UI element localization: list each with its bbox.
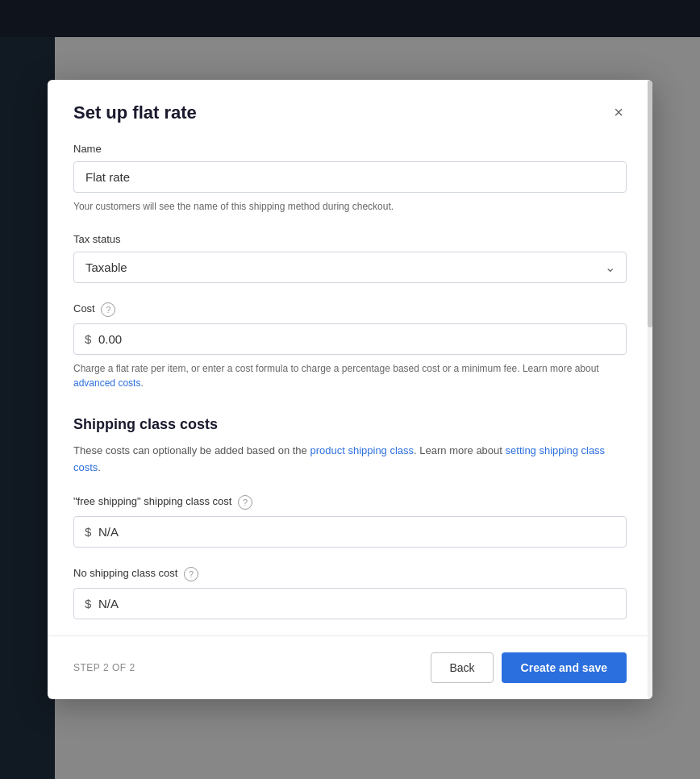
free-shipping-input-wrapper: $	[73, 516, 627, 548]
scrollbar[interactable]	[648, 80, 652, 700]
no-shipping-class-section: No shipping class cost ? $	[73, 567, 627, 619]
modal-title: Set up flat rate	[73, 102, 197, 123]
product-shipping-class-link[interactable]: product shipping class	[310, 444, 414, 456]
modal-overlay: Set up flat rate × Name Your customers w…	[0, 0, 700, 779]
step-label: STEP 2 OF 2	[73, 662, 135, 673]
no-shipping-class-help-icon[interactable]: ?	[184, 567, 198, 581]
tax-status-label: Tax status	[73, 233, 627, 245]
name-hint: Your customers will see the name of this…	[73, 199, 627, 214]
no-shipping-class-prefix: $	[85, 597, 91, 610]
modal-body: Name Your customers will see the name of…	[48, 123, 652, 620]
shipping-class-description: These costs can optionally be added base…	[73, 443, 627, 477]
free-shipping-cost-section: "free shipping" shipping class cost ? $	[73, 495, 627, 548]
name-section: Name Your customers will see the name of…	[73, 143, 627, 214]
cost-label: Cost ?	[73, 302, 627, 317]
cost-input[interactable]	[73, 323, 627, 355]
no-shipping-class-cost-input[interactable]	[73, 588, 627, 619]
back-button[interactable]: Back	[431, 652, 493, 683]
advanced-costs-link[interactable]: advanced costs	[73, 377, 140, 389]
cost-help-icon[interactable]: ?	[101, 302, 115, 317]
no-shipping-class-label: No shipping class cost ?	[73, 567, 627, 581]
footer-buttons: Back Create and save	[431, 652, 627, 683]
cost-hint: Charge a flat rate per item, or enter a …	[73, 361, 627, 390]
tax-status-section: Tax status Taxable None ⌄	[73, 233, 627, 283]
no-shipping-class-input-wrapper: $	[73, 588, 627, 619]
free-shipping-label: "free shipping" shipping class cost ?	[73, 495, 627, 510]
shipping-class-section: Shipping class costs These costs can opt…	[73, 416, 627, 620]
cost-input-wrapper: $	[73, 323, 627, 355]
free-shipping-cost-input[interactable]	[73, 516, 627, 548]
modal-header: Set up flat rate ×	[48, 80, 652, 123]
scrollbar-thumb[interactable]	[648, 80, 652, 327]
free-shipping-help-icon[interactable]: ?	[238, 495, 252, 510]
shipping-class-title: Shipping class costs	[73, 416, 627, 433]
tax-status-select[interactable]: Taxable None	[73, 252, 627, 283]
modal-footer: STEP 2 OF 2 Back Create and save	[48, 635, 652, 699]
modal-dialog: Set up flat rate × Name Your customers w…	[48, 80, 652, 700]
cost-section: Cost ? $ Charge a flat rate per item, or…	[73, 302, 627, 390]
free-shipping-prefix: $	[85, 525, 91, 539]
name-label: Name	[73, 143, 627, 155]
cost-prefix: $	[85, 332, 91, 346]
name-input[interactable]	[73, 161, 627, 193]
close-button[interactable]: ×	[610, 101, 627, 123]
create-and-save-button[interactable]: Create and save	[502, 652, 627, 683]
tax-status-select-wrapper: Taxable None ⌄	[73, 252, 627, 283]
